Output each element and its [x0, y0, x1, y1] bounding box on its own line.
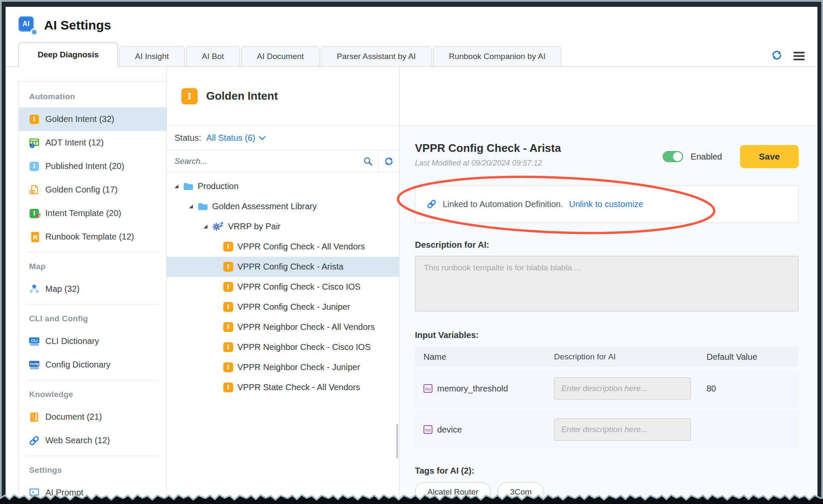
tree-item-vrrp-by-pair[interactable]: VRRP by Pair — [167, 216, 399, 237]
enabled-toggle[interactable] — [663, 151, 683, 162]
tab-parser-assistant[interactable]: Parser Assistant by AI — [321, 46, 432, 66]
app-header: AI AI Settings — [6, 7, 817, 44]
tree-item-vppr-neighbor-check-juniper[interactable]: I VPPR Neighbor Check - Juniper — [167, 357, 399, 377]
sidebar-item-golden-intent[interactable]: I Golden Intent (32) — [19, 107, 166, 131]
sidebar-item-label: Runbook Template (12) — [45, 232, 134, 242]
tab-runbook-companion[interactable]: Runbook Companion by AI — [433, 46, 561, 66]
web-search-link-icon — [28, 435, 40, 446]
tree-refresh-icon[interactable] — [379, 151, 399, 172]
save-button[interactable]: Save — [740, 145, 799, 168]
link-icon — [426, 199, 437, 209]
tree-item-vppr-config-check-cisco-ios[interactable]: I VPPR Config Check - Cisco IOS — [167, 277, 399, 297]
tab-deep-diagnosis[interactable]: Deep Diagnosis — [18, 42, 118, 67]
sidebar-item-config-dictionary[interactable]: Config Config Dictionary — [19, 353, 166, 377]
app-window: AI AI Settings Deep Diagnosis AI Insight… — [6, 7, 817, 504]
sidebar-item-published-intent[interactable]: I Published Intent (20) — [19, 154, 166, 178]
sidebar-item-label: Config Dictionary — [45, 360, 110, 370]
intent-icon: I — [223, 302, 233, 312]
caret-expanded-icon[interactable] — [175, 184, 178, 188]
page-title: AI Settings — [44, 18, 111, 33]
variable-name: memory_threshold — [437, 384, 508, 394]
detail-body: VPPR Config Check - Arista Last Modified… — [400, 126, 817, 504]
sidebar-item-label: Golden Intent (32) — [45, 114, 114, 124]
tree-item-label: Production — [198, 181, 239, 191]
search-input[interactable] — [167, 156, 358, 166]
caret-expanded-icon[interactable] — [204, 225, 207, 228]
sidebar-item-label: Web Search (12) — [45, 436, 110, 445]
detail-header: VPPR Config Check - Arista Last Modified… — [415, 142, 799, 168]
panel-title: Golden Intent — [206, 89, 278, 103]
tabbar-actions — [771, 50, 805, 62]
scrollbar-thumb[interactable] — [396, 424, 398, 458]
input-variables-table: Name Description for AI Default Value (x… — [415, 347, 799, 449]
tree-item-vppr-neighbor-check-all-vendors[interactable]: I VPPR Neighbor Check - All Vendors — [167, 317, 399, 337]
tree-item-vppr-config-check-arista[interactable]: I VPPR Config Check - Arista — [167, 257, 399, 277]
unlink-to-customize-link[interactable]: Unlink to customize — [569, 199, 643, 209]
tree-item-golden-assessment-library[interactable]: Golden Assessment Library — [167, 196, 399, 216]
sidebar-item-adt-intent[interactable]: i ADT Intent (12) — [19, 131, 166, 154]
tab-bar: Deep Diagnosis AI Insight AI Bot AI Docu… — [6, 44, 817, 67]
tags-label: Tags for AI (2): — [415, 466, 799, 476]
sidebar-divider — [27, 456, 159, 456]
refresh-icon[interactable] — [771, 50, 782, 62]
sidebar-item-runbook-template[interactable]: R Runbook Template (12) — [19, 225, 166, 249]
description-for-ai-textarea[interactable] — [415, 256, 799, 311]
tree-item-production[interactable]: Production — [167, 176, 399, 196]
sidebar-item-cli-dictionary[interactable]: CLI CLI Dictionary — [19, 329, 166, 353]
sidebar-item-web-search[interactable]: Web Search (12) — [19, 429, 166, 452]
enabled-label: Enabled — [691, 152, 722, 162]
map-icon — [28, 284, 40, 295]
status-dropdown[interactable]: All Status (6) — [206, 133, 265, 143]
tree-item-label: VRRP by Pair — [228, 222, 281, 231]
sidebar-item-intent-template[interactable]: I Intent Template (20) — [19, 202, 166, 225]
intent-icon: I — [223, 362, 233, 372]
tree-item-vppr-config-check-all-vendors[interactable]: I VPPR Config Check - All Vendors — [167, 237, 399, 257]
folder-icon — [198, 202, 208, 211]
menu-icon[interactable] — [793, 52, 805, 60]
adt-intent-icon: i — [28, 137, 40, 148]
tree-item-vppr-config-check-juniper[interactable]: I VPPR Config Check - Juniper — [167, 297, 399, 317]
intent-tree: Production Golden Assessment Library VRR… — [167, 172, 399, 397]
tab-label: AI Insight — [135, 52, 169, 61]
sidebar: Automation I Golden Intent (32) i ADT In… — [18, 81, 166, 504]
search-icon[interactable] — [358, 151, 378, 172]
variable-default-value: 80 — [707, 384, 799, 394]
svg-text:Config: Config — [30, 362, 39, 366]
tree-item-vppr-neighbor-check-cisco-ios[interactable]: I VPPR Neighbor Check - Cisco IOS — [167, 337, 399, 357]
linked-banner: Linked to Automation Definition. Unlink … — [415, 185, 799, 223]
sidebar-item-label: CLI Dictionary — [45, 336, 99, 346]
tree-item-label: VPPR Config Check - Arista — [237, 262, 343, 272]
column-header-description: Description for AI — [553, 352, 707, 362]
sidebar-divider — [27, 252, 159, 252]
tree-item-label: VPPR State Check - All Vendors — [237, 382, 360, 392]
intent-icon: I — [223, 242, 233, 252]
tree-item-vppr-state-check-all-vendors[interactable]: I VPPR State Check - All Vendors — [167, 377, 399, 397]
main-content: Automation I Golden Intent (32) i ADT In… — [6, 67, 817, 504]
sidebar-divider — [27, 304, 159, 305]
golden-config-icon: CFG — [28, 184, 40, 196]
variable-description-input[interactable] — [554, 377, 691, 400]
sidebar-item-golden-config[interactable]: CFG Golden Config (17) — [19, 178, 166, 202]
variable-name: device — [437, 425, 462, 435]
cli-dictionary-icon: CLI — [28, 336, 40, 347]
column-header-default-value: Default Value — [707, 352, 799, 362]
sidebar-item-label: Published Intent (20) — [45, 161, 124, 171]
sidebar-item-map[interactable]: Map (32) — [19, 277, 166, 301]
sidebar-item-label: Intent Template (20) — [45, 208, 121, 218]
tab-label: Runbook Companion by AI — [449, 52, 545, 61]
tab-ai-bot[interactable]: AI Bot — [186, 46, 240, 66]
intent-icon: I — [223, 382, 233, 392]
svg-text:CLI: CLI — [31, 338, 37, 342]
golden-intent-panel: I Golden Intent Status: All Status (6) — [166, 67, 400, 504]
sidebar-item-document[interactable]: Document (21) — [19, 405, 166, 429]
tab-ai-insight[interactable]: AI Insight — [119, 46, 185, 66]
detail-panel: VPPR Config Check - Arista Last Modified… — [400, 67, 817, 504]
intent-icon: I — [223, 282, 233, 292]
sidebar-section-settings: Settings — [19, 460, 166, 481]
variable-description-input[interactable] — [554, 418, 691, 441]
tree-item-label: VPPR Neighbor Check - Juniper — [237, 362, 360, 372]
caret-expanded-icon[interactable] — [189, 205, 193, 208]
golden-intent-icon: I — [28, 114, 40, 125]
detail-controls: Enabled Save — [663, 145, 799, 168]
tab-ai-document[interactable]: AI Document — [241, 46, 320, 66]
